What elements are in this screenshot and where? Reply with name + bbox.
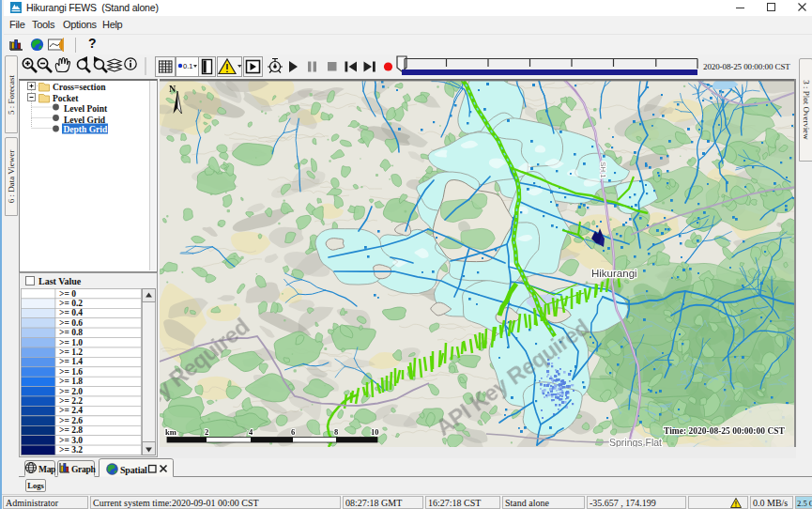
svg-text:Cross=section: Cross=section xyxy=(53,83,106,92)
svg-text:Pocket: Pocket xyxy=(53,94,79,103)
svg-text:Time: 2020-08-25 00:00:00 CST: Time: 2020-08-25 00:00:00 CST xyxy=(664,426,786,436)
svg-text:>= 0.6: >= 0.6 xyxy=(59,318,83,328)
svg-text:>= 1.4: >= 1.4 xyxy=(59,357,83,366)
svg-text:N: N xyxy=(169,84,176,94)
svg-text:>= 2.6: >= 2.6 xyxy=(59,416,83,425)
svg-text:0.1: 0.1 xyxy=(183,62,192,70)
svg-text:Level Point: Level Point xyxy=(64,104,108,114)
svg-text:>= 1.8: >= 1.8 xyxy=(59,377,83,386)
svg-text:SH 1: SH 1 xyxy=(599,162,607,178)
svg-text:>= 2.4: >= 2.4 xyxy=(59,406,83,415)
svg-text:Map: Map xyxy=(38,465,55,474)
svg-text:Springs Flat: Springs Flat xyxy=(609,437,662,448)
svg-text:8: 8 xyxy=(334,427,338,437)
svg-text:Last Value: Last Value xyxy=(38,276,82,286)
svg-text:>= 1.0: >= 1.0 xyxy=(59,338,83,347)
svg-text:>= 3.2: >= 3.2 xyxy=(59,445,83,455)
svg-text:Level Grid: Level Grid xyxy=(64,116,106,125)
svg-text:km: km xyxy=(165,427,176,437)
svg-text:Hikurangi: Hikurangi xyxy=(591,268,637,279)
svg-text:10: 10 xyxy=(371,427,379,437)
svg-text:>= 3.0: >= 3.0 xyxy=(59,436,83,445)
svg-text:>= 0: >= 0 xyxy=(59,289,76,299)
svg-text:2020-08-25 00:00:00 CST: 2020-08-25 00:00:00 CST xyxy=(703,62,790,71)
svg-text:>= 2.0: >= 2.0 xyxy=(59,387,83,396)
svg-text:>= 0.4: >= 0.4 xyxy=(59,308,83,317)
svg-text:>= 1.2: >= 1.2 xyxy=(59,347,83,357)
svg-text:2: 2 xyxy=(205,427,208,437)
svg-text:Spatial: Spatial xyxy=(120,465,147,475)
svg-text:6: 6 xyxy=(291,427,295,437)
svg-text:Graph: Graph xyxy=(71,465,96,474)
svg-text:>= 0.8: >= 0.8 xyxy=(59,328,83,337)
svg-text:>= 0.2: >= 0.2 xyxy=(59,299,83,308)
svg-text:>= 2.8: >= 2.8 xyxy=(59,425,83,435)
svg-text:>= 2.2: >= 2.2 xyxy=(59,396,83,406)
svg-text:Depth Grid: Depth Grid xyxy=(64,125,108,134)
svg-text:>= 1.6: >= 1.6 xyxy=(59,367,83,377)
